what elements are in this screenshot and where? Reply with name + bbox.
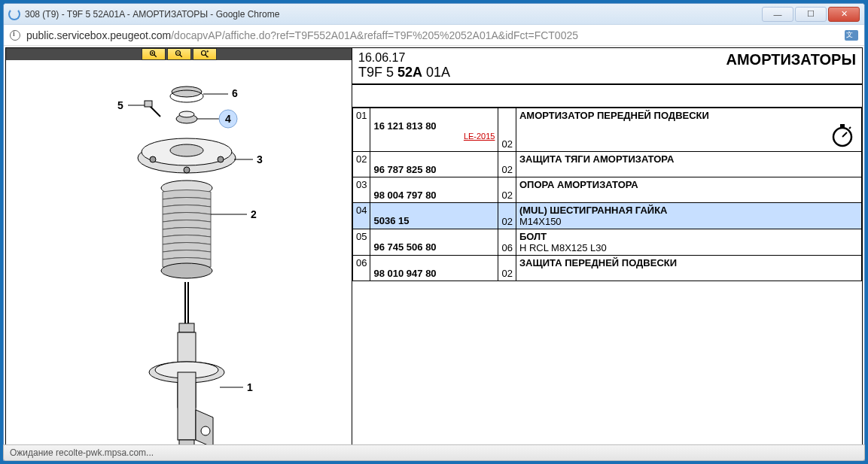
parts-table: 0116 121 813 80LE-201502АМОРТИЗАТОР ПЕРЕ… [352, 108, 862, 281]
part-number: 98 004 797 80 [373, 190, 495, 201]
description-cell: ЗАЩИТА ТЯГИ АМОРТИЗАТОРА [516, 152, 861, 177]
part-number: 96 787 825 80 [373, 164, 495, 175]
svg-point-39 [201, 426, 210, 435]
status-bar: Ожидание recolte-pwk.mpsa.com... [3, 444, 865, 461]
page-content: 6 5 4 [5, 47, 863, 460]
bellows [163, 190, 211, 268]
part-number-cell: 16 121 813 80LE-2015 [370, 108, 498, 152]
quantity-cell: 06 [498, 229, 516, 256]
row-index: 04 [353, 203, 370, 229]
parts-row[interactable]: 045036 1502(MUL) ШЕСТИГРАННАЯ ГАЙКАM14X1… [353, 203, 862, 229]
titlebar: 308 (T9) - T9F 5 52A01A - АМОРТИЗАТОРЫ -… [4, 4, 864, 25]
site-info-icon[interactable] [10, 30, 20, 41]
page-title: АМОРТИЗАТОРЫ [726, 51, 857, 68]
diagram-panel: 6 5 4 [6, 48, 352, 459]
svg-point-25 [150, 156, 156, 162]
header-date: 16.06.17 [358, 51, 450, 65]
window-controls: — ☐ ✕ [762, 7, 860, 22]
svg-rect-34 [179, 323, 194, 332]
part-number-cell: 98 010 947 80 [370, 256, 498, 281]
part-number: 16 121 813 80 [373, 120, 495, 132]
quantity-cell: 02 [498, 256, 516, 281]
parts-diagram[interactable]: 6 5 4 [6, 60, 352, 460]
svg-point-27 [184, 167, 190, 173]
callout-1: 1 [247, 381, 253, 393]
svg-line-47 [842, 132, 847, 137]
quantity-cell: 02 [498, 177, 516, 203]
part-description: (MUL) ШЕСТИГРАННАЯ ГАЙКА [519, 205, 858, 216]
description-cell: ОПОРА АМОРТИЗАТОРА [516, 177, 861, 203]
parts-row[interactable]: 0698 010 947 8002ЗАЩИТА ПЕРЕДНЕЙ ПОДВЕСК… [353, 256, 862, 281]
part-number: 96 745 506 80 [373, 241, 495, 253]
svg-point-30 [161, 263, 212, 278]
parts-row[interactable]: 0596 745 506 8006БОЛТH RCL M8X125 L30 [353, 229, 862, 256]
part-number-cell: 96 745 506 80 [370, 229, 498, 256]
translate-icon[interactable] [845, 30, 858, 41]
minimize-button[interactable]: — [762, 7, 793, 22]
description-cell: АМОРТИЗАТОР ПЕРЕДНЕЙ ПОДВЕСКИ [516, 108, 861, 152]
row-index: 02 [353, 152, 370, 177]
part-description: ОПОРА АМОРТИЗАТОРА [519, 179, 858, 190]
parts-row[interactable]: 0296 787 825 8002ЗАЩИТА ТЯГИ АМОРТИЗАТОР… [353, 152, 862, 177]
header-code: T9F 5 52A 01A [358, 65, 450, 80]
svg-rect-38 [178, 372, 196, 440]
header-meta: 16.06.17 T9F 5 52A 01A [358, 51, 450, 80]
part-number-cell: 5036 15 [370, 203, 498, 229]
row-index: 01 [353, 108, 370, 152]
svg-point-19 [179, 111, 194, 117]
header-spacer [352, 85, 862, 108]
url-display: public.servicebox.peugeot.com/docapvAP/a… [26, 29, 578, 41]
svg-rect-16 [145, 101, 152, 107]
parts-header: 16.06.17 T9F 5 52A 01A АМОРТИЗАТОРЫ [352, 48, 862, 85]
part-number-cell: 96 787 825 80 [370, 152, 498, 177]
zoom-out-button[interactable] [167, 48, 191, 60]
zoom-toolbar [6, 48, 352, 60]
maximize-button[interactable]: ☐ [795, 7, 827, 22]
url-path: /docapvAP/affiche.do?ref=T9F552A01A&refa… [171, 29, 578, 41]
window-title: 308 (T9) - T9F 5 52A01A - АМОРТИЗАТОРЫ -… [25, 9, 762, 20]
row-index: 03 [353, 177, 370, 203]
quantity-cell: 02 [498, 152, 516, 177]
description-cell: ЗАЩИТА ПЕРЕДНЕЙ ПОДВЕСКИ [516, 256, 861, 281]
quantity-cell: 02 [498, 203, 516, 229]
part-description: ЗАЩИТА ТЯГИ АМОРТИЗАТОРА [519, 153, 858, 165]
close-button[interactable]: ✕ [828, 7, 860, 22]
part-number-cell: 98 004 797 80 [370, 177, 498, 203]
status-text: Ожидание recolte-pwk.mpsa.com... [10, 447, 154, 458]
callout-2: 2 [251, 208, 257, 220]
callout-3: 3 [257, 153, 263, 165]
callout-4: 4 [225, 113, 231, 125]
row-index: 05 [353, 229, 370, 256]
zoom-fit-button[interactable] [193, 48, 217, 60]
svg-point-24 [170, 144, 203, 156]
parts-row[interactable]: 0398 004 797 8002ОПОРА АМОРТИЗАТОРА [353, 177, 862, 203]
callout-6: 6 [232, 87, 238, 99]
svg-line-5 [179, 55, 181, 57]
browser-window: 308 (T9) - T9F 5 52A01A - АМОРТИЗАТОРЫ -… [3, 3, 865, 461]
quantity-cell: 02 [498, 108, 516, 152]
parts-row[interactable]: 0116 121 813 80LE-201502АМОРТИЗАТОР ПЕРЕ… [353, 108, 862, 152]
svg-line-1 [154, 55, 156, 57]
part-description: БОЛТ [519, 231, 858, 242]
callout-5: 5 [117, 99, 123, 111]
description-cell: (MUL) ШЕСТИГРАННАЯ ГАЙКАM14X150 [516, 203, 861, 229]
part-description: ЗАЩИТА ПЕРЕДНЕЙ ПОДВЕСКИ [519, 257, 858, 268]
svg-line-8 [205, 55, 207, 57]
shock-absorber-svg: 6 5 4 [51, 75, 307, 460]
stopwatch-icon[interactable] [830, 123, 855, 148]
svg-line-46 [849, 127, 851, 129]
row-index: 06 [353, 256, 370, 281]
loading-spinner-icon [8, 8, 20, 20]
part-detail: H RCL M8X125 L30 [519, 242, 858, 253]
svg-point-26 [218, 156, 224, 162]
svg-rect-44 [840, 124, 845, 127]
svg-point-7 [201, 51, 206, 56]
parts-panel: 16.06.17 T9F 5 52A 01A АМОРТИЗАТОРЫ 0116… [352, 48, 862, 459]
zoom-in-button[interactable] [142, 48, 166, 60]
url-host: public.servicebox.peugeot.com [26, 29, 171, 41]
le-link[interactable]: LE-2015 [464, 132, 495, 141]
address-bar[interactable]: public.servicebox.peugeot.com/docapvAP/a… [4, 25, 864, 46]
part-detail: M14X150 [519, 216, 858, 227]
part-description: АМОРТИЗАТОР ПЕРЕДНЕЙ ПОДВЕСКИ [519, 110, 858, 121]
part-number: 98 010 947 80 [373, 268, 495, 279]
